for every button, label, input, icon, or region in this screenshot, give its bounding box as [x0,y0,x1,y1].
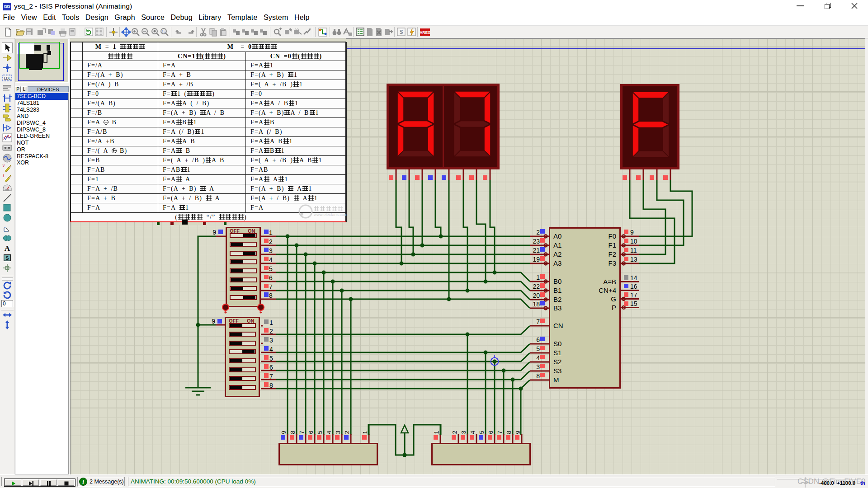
svg-text:i: i [82,479,84,485]
